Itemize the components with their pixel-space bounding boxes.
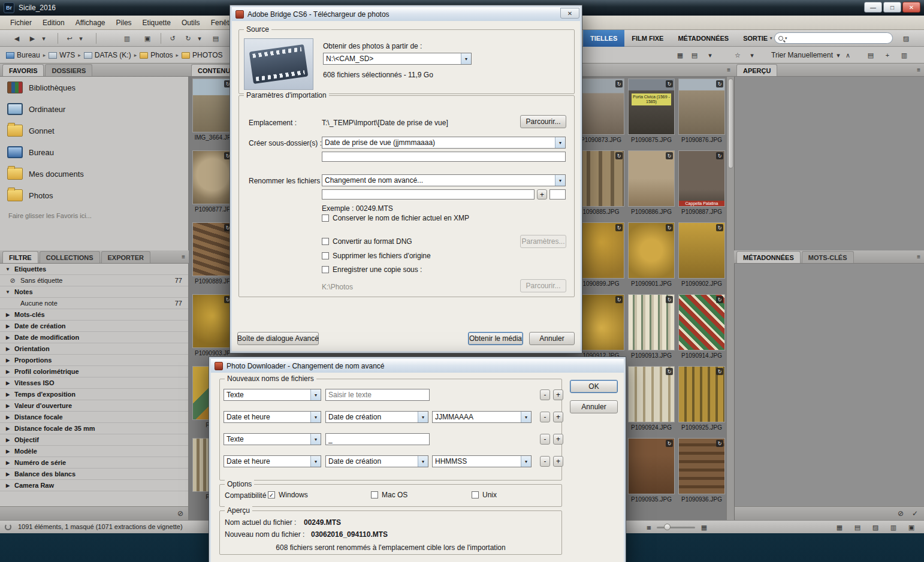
favorites-item[interactable]: Ordinateur (0, 98, 188, 120)
menu-item[interactable]: Piles (111, 17, 137, 29)
sort-ascending-icon[interactable]: ∧ (841, 50, 854, 61)
thumbnail-cell[interactable]: ↻ P1090902.JPG (677, 223, 726, 287)
chevron-down-icon[interactable]: ▾ (521, 412, 531, 422)
workspace-tab-metadonnees[interactable]: MÉTADONNÉES (671, 30, 736, 47)
filter-item-aucune-note[interactable]: Aucune note 77 (0, 298, 188, 309)
tab-dossiers[interactable]: DOSSIERS (45, 64, 92, 76)
thumbnail-cell[interactable]: ↻ P1090873.JPG (576, 79, 626, 143)
chevron-down-icon[interactable]: ▾ (418, 412, 428, 422)
filter-group-row[interactable]: ▶ Date de création (0, 321, 188, 332)
chevron-down-icon[interactable]: ▾ (418, 456, 428, 467)
import-folder-icon[interactable]: ▤ (864, 50, 877, 61)
workspace-tab-film-fixe[interactable]: FILM FIXE (624, 30, 671, 47)
tab-exporter[interactable]: EXPORTER (101, 251, 151, 263)
rename-row3-type-select[interactable]: Texte ▾ (224, 433, 321, 445)
view-chevron-icon[interactable]: ▾ (706, 50, 714, 61)
rename-row1-remove-button[interactable]: - (540, 389, 550, 400)
tab-collections[interactable]: COLLECTIONS (40, 251, 100, 263)
panel-menu-icon[interactable]: ≡ (917, 253, 920, 260)
rename-row1-add-button[interactable]: + (553, 389, 563, 400)
chevron-down-icon[interactable]: ▾ (310, 456, 321, 467)
rename-row2-type-select[interactable]: Date et heure ▾ (224, 411, 321, 423)
lock-thumbnail-grid-icon[interactable]: ▣ (905, 522, 918, 532)
filter-view-icon[interactable]: ▤ (688, 50, 701, 61)
rename-row4-add-button[interactable]: + (553, 456, 563, 467)
filter-group-row[interactable]: ▶ Orientation (0, 343, 188, 355)
thumbnail-view-icon[interactable]: ▦ (674, 50, 687, 61)
filter-group-row[interactable]: ▶ Camera Raw (0, 480, 188, 491)
thumbnail-cell[interactable]: ↻ P1090935.JPG (627, 439, 676, 503)
rename-row4-type-select[interactable]: Date et heure ▾ (224, 455, 321, 467)
thumbnail-cell[interactable]: ↻ P1090903.JP (192, 295, 234, 356)
filter-group-row[interactable]: ▶ Mots-clés (0, 309, 188, 321)
new-folder-icon[interactable]: + (881, 50, 894, 61)
checkbox-box[interactable] (322, 266, 329, 273)
content-scrollbar[interactable] (726, 77, 734, 520)
menu-item[interactable]: Fichier (5, 17, 37, 29)
import-from-camera-icon[interactable]: ▥ (120, 32, 134, 44)
recent-chevron-icon[interactable]: ▾ (40, 32, 48, 44)
rotate-chevron-icon[interactable]: ▾ (195, 32, 204, 44)
filter-group-notes[interactable]: ▼ Notes (0, 286, 188, 298)
cancel-button[interactable]: Annuler (570, 400, 618, 413)
dng-checkbox[interactable]: Convertir au format DNG (322, 237, 412, 246)
view-details-icon[interactable]: ▤ (851, 522, 864, 532)
thumb-size-small-icon[interactable]: ▦ (642, 522, 656, 532)
dialog-titlebar[interactable]: Adobe Bridge CS6 - Téléchargeur de photo… (232, 7, 580, 21)
scrollbar-thumb[interactable] (728, 78, 733, 168)
checkbox-box[interactable] (371, 491, 378, 498)
filter-group-row[interactable]: ▶ Objectif (0, 434, 188, 446)
back-icon[interactable]: ◀ (10, 32, 24, 44)
rating-star-icon[interactable]: ☆ (731, 50, 744, 61)
save-copy-checkbox[interactable]: Enregistrer une copie sous : (322, 265, 422, 274)
filter-group-row[interactable]: ▶ Temps d'exposition (0, 389, 188, 400)
filter-group-row[interactable]: ▶ Numéro de série (0, 457, 188, 469)
rotate-cw-icon[interactable]: ↻ (181, 32, 195, 44)
thumbnail-size-handle[interactable] (664, 524, 671, 530)
checkbox-box[interactable] (472, 491, 479, 498)
boomerang-icon[interactable]: ↩ (62, 32, 77, 44)
favorites-item[interactable]: Bibliothèques (0, 77, 188, 98)
clipboard-icon[interactable]: ▣ (140, 32, 155, 44)
thumbnail-cell[interactable]: ↻ P1090889.JP (192, 223, 234, 285)
tab-favoris[interactable]: FAVORIS (2, 64, 44, 76)
filter-item-sans-etiquette[interactable]: ⊘ Sans étiquette 77 (0, 275, 188, 286)
cancel-button[interactable]: Annuler (529, 332, 575, 345)
filter-group-etiquettes[interactable]: ▼ Etiquettes (0, 264, 188, 275)
xmp-checkbox[interactable]: Conserver le nom de fichier actuel en XM… (322, 214, 469, 222)
rename-row2-remove-button[interactable]: - (540, 412, 550, 422)
thumbnail-cell[interactable]: ↻ Porta Civica (1569 - 1585) P1090875.JP… (627, 79, 676, 143)
subfolder-custom-field[interactable] (322, 152, 566, 162)
panel-menu-icon[interactable]: ≡ (727, 67, 730, 73)
workspace-tab-essentielles[interactable]: TIELLES (583, 30, 624, 47)
rename-row4-source-select[interactable]: Date de création ▾ (325, 455, 428, 467)
breadcrumb-item[interactable]: DATAS (K:) (84, 51, 131, 59)
thumbnail-cell[interactable]: ↻ P1090924.JPG (627, 367, 676, 431)
checkbox-box[interactable] (322, 238, 329, 245)
ok-button[interactable]: OK (570, 380, 618, 393)
dialog-close-button[interactable]: ✕ (560, 8, 579, 19)
rename-row1-text-input[interactable] (325, 389, 430, 401)
menu-item[interactable]: Edition (37, 17, 70, 29)
filter-group-row[interactable]: ▶ Vitesses ISO (0, 377, 188, 389)
get-media-button[interactable]: Obtenir le média (468, 332, 523, 345)
search-box[interactable]: ▾ (774, 32, 893, 44)
thumbnail-cell[interactable]: ↻ 1090899.JPG (576, 223, 626, 287)
checkbox-box[interactable] (322, 252, 329, 259)
breadcrumb-item[interactable]: Bureau (6, 51, 40, 59)
panel-menu-icon[interactable]: ≡ (917, 67, 920, 73)
chevron-down-icon[interactable]: ▾ (555, 137, 565, 148)
rename-row3-text-input[interactable] (325, 433, 430, 445)
rename-row3-remove-button[interactable]: - (540, 434, 550, 445)
filter-group-row[interactable]: ▶ Distance focale de 35 mm (0, 423, 188, 434)
rename-row4-remove-button[interactable]: - (540, 456, 550, 467)
workspace-tab-sortie[interactable]: SORTIE ▾ (736, 30, 779, 47)
chevron-down-icon[interactable]: ▾ (555, 175, 565, 186)
chevron-down-icon[interactable]: ▾ (310, 434, 321, 445)
thumbnail-cell[interactable]: ↻ P1090914.JPG (677, 295, 726, 359)
breadcrumb-item[interactable]: PHOTOS (182, 51, 222, 59)
breadcrumb-item[interactable]: W7S (49, 51, 75, 59)
forward-icon[interactable]: ▶ (25, 32, 40, 44)
chevron-down-icon[interactable]: ▾ (461, 53, 471, 64)
thumbnail-cell[interactable]: ↻ P1090913.JPG (627, 295, 676, 359)
